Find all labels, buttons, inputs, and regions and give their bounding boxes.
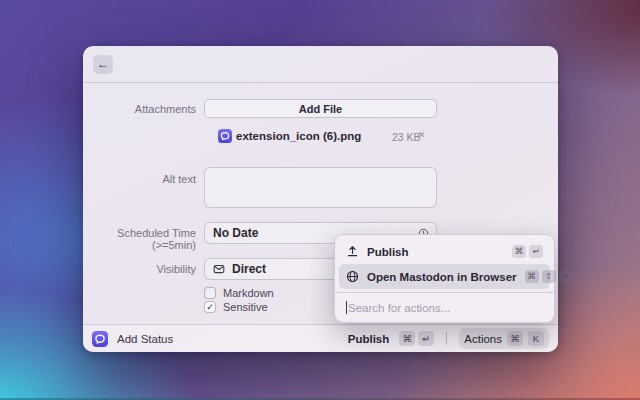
text-cursor	[346, 301, 347, 314]
publish-shortcut: ⌘ ↵	[399, 331, 434, 346]
footer-publish-button[interactable]: Publish	[348, 333, 390, 345]
footer-actions-button[interactable]: Actions ⌘ K	[459, 328, 549, 349]
action-item-open-mastodon[interactable]: Open Mastodon in Browser ⌘ ⇧ ↵	[339, 264, 550, 289]
envelope-icon	[213, 263, 225, 275]
attachment-item[interactable]: extension_icon (6).png 23 KB ✕	[83, 129, 558, 145]
action-item-publish[interactable]: Publish ⌘ ↵	[339, 239, 550, 264]
action-shortcut: ⌘ ⇧ ↵	[525, 270, 573, 283]
scheduled-time-value: No Date	[213, 226, 258, 240]
action-search-placeholder: Search for actions...	[348, 302, 450, 314]
markdown-label: Markdown	[223, 287, 274, 299]
footer-app: Add Status	[92, 331, 173, 347]
alt-text-input[interactable]	[204, 167, 437, 208]
back-arrow-icon: ←	[97, 57, 109, 71]
window-header: ←	[83, 46, 558, 83]
sensitive-checkbox[interactable]: ✓	[204, 301, 216, 313]
return-key-icon: ↵	[529, 245, 543, 258]
extension-app-icon	[92, 331, 108, 347]
return-key-icon: ↵	[559, 270, 573, 283]
remove-attachment-icon[interactable]: ✕	[418, 130, 426, 140]
command-key-icon: ⌘	[525, 270, 539, 283]
footer-divider	[446, 332, 447, 345]
window-footer: Add Status Publish ⌘ ↵ Actions ⌘ K	[83, 324, 558, 352]
sensitive-checkbox-row[interactable]: ✓ Sensitive	[204, 300, 268, 313]
action-shortcut: ⌘ ↵	[512, 245, 543, 258]
command-key-icon: ⌘	[507, 331, 523, 346]
sensitive-label: Sensitive	[223, 301, 268, 313]
visibility-value: Direct	[232, 262, 266, 276]
markdown-checkbox-row[interactable]: Markdown	[204, 286, 274, 299]
globe-icon	[346, 270, 359, 283]
footer-app-name: Add Status	[117, 333, 173, 345]
back-button[interactable]: ←	[93, 55, 113, 74]
attachments-label: Attachments	[83, 103, 196, 115]
k-key-icon: K	[528, 331, 544, 346]
actions-label: Actions	[464, 333, 502, 345]
command-key-icon: ⌘	[399, 331, 415, 346]
scheduled-time-label: Scheduled Time (>=5min)	[83, 227, 196, 251]
action-panel-list: Publish ⌘ ↵ Open Mastodon in Browser ⌘	[339, 239, 550, 289]
alt-text-label: Alt text	[83, 173, 196, 185]
markdown-checkbox[interactable]	[204, 287, 216, 299]
upload-icon	[346, 245, 359, 258]
command-key-icon: ⌘	[512, 245, 526, 258]
action-label: Publish	[367, 246, 504, 258]
return-key-icon: ↵	[418, 331, 434, 346]
action-search-input[interactable]: Search for actions...	[335, 292, 554, 322]
attachment-filesize: 23 KB	[392, 131, 421, 143]
shift-key-icon: ⇧	[542, 270, 556, 283]
action-label: Open Mastodon in Browser	[367, 271, 517, 283]
desktop-background: ← Attachments Add File extension_icon (6…	[0, 0, 640, 400]
extension-app-icon	[218, 129, 232, 143]
visibility-label: Visibility	[83, 263, 196, 275]
attachment-filename: extension_icon (6).png	[236, 130, 361, 142]
action-panel: Publish ⌘ ↵ Open Mastodon in Browser ⌘	[334, 234, 555, 323]
add-file-button[interactable]: Add File	[204, 99, 437, 118]
